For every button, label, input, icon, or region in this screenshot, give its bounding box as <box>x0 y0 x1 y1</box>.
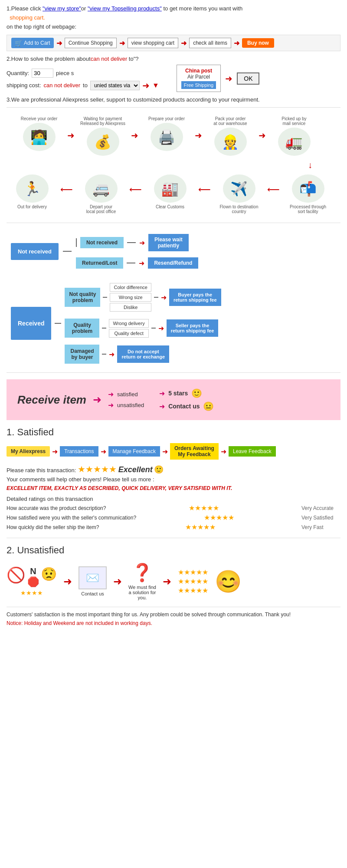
divider3 <box>7 372 340 373</box>
footer-notice: Notice: Holiday and Weekend are not incl… <box>7 620 340 626</box>
rating2-stars: ★★★★★ <box>204 513 234 522</box>
feedback-flow: My Aliexpress ➜ Transactions ➜ Manage Fe… <box>7 443 340 460</box>
ok-button[interactable]: OK <box>237 72 259 85</box>
divider1 <box>7 107 340 108</box>
not-received-section: Not received Not received ➜ Please waitp… <box>7 227 340 279</box>
r-b1-arrow: ➜ <box>161 293 167 302</box>
rate-stars: ★★★★★ <box>78 464 117 474</box>
arrow-4: ➜ <box>259 116 266 141</box>
top-steps: Receive your order 🧑‍💻 ➜ Waiting for pay… <box>11 116 322 156</box>
wrong-size: Wrong size <box>110 293 151 302</box>
rating-row-1: How accurate was the product description… <box>7 504 340 512</box>
wrong-delivery: Wrong delivery <box>109 319 148 328</box>
shipping-dropdown-arrow: ▼ <box>152 82 159 89</box>
r-b1-items: Color difference Wrong size Dislike <box>110 283 151 312</box>
order-flow-section: Receive your order 🧑‍💻 ➜ Waiting for pay… <box>7 112 340 218</box>
r-mainline <box>55 323 61 324</box>
sat-title: Satisfied <box>17 427 53 437</box>
rating2-label: How satisfied were you with the seller's… <box>7 515 136 521</box>
color-diff: Color difference <box>110 283 151 292</box>
shipping-red: can not deliver <box>44 82 81 89</box>
shipping-country-select[interactable]: unied states via <box>90 81 140 90</box>
ri-contact-arrow: ➜ <box>159 402 165 411</box>
arrow-2: ➜ <box>131 116 138 141</box>
cart-flow: 🛒 Add to Cart ➜ Continue Shopping ➜ view… <box>7 35 340 51</box>
cart-label: Add to Cart <box>24 40 50 46</box>
shipping-text: to <box>83 82 88 89</box>
contact-label: Contact us <box>81 591 104 596</box>
r-b2-line2 <box>151 328 156 329</box>
cart-icon: 🛒 <box>15 39 22 46</box>
not-quality-box: Not qualityproblem <box>65 288 100 307</box>
s2-red: can not deliver <box>91 56 128 62</box>
b-arrow-3: ⟵ <box>198 174 211 194</box>
section3: 3.We are professional Aliexpress seller,… <box>7 96 340 103</box>
ri-stars-row: ➜ 5 stars 🙂 <box>159 388 214 398</box>
nr-branch2: Returned/Lost ➜ Resend/Refund <box>76 257 198 269</box>
buy-now-button[interactable]: Buy now <box>242 38 274 48</box>
unsatisfied-title: 2. Unsatisfied <box>7 545 340 556</box>
received-row: Received Not qualityproblem Color differ… <box>11 283 336 364</box>
section1: 1.Please click "view my store"or "view m… <box>7 4 340 51</box>
arrow2: ➜ <box>119 39 125 47</box>
view-cart-label: view shopping cart <box>131 40 174 46</box>
ri-unsat-arrow: ➜ <box>108 401 114 409</box>
check-label: check all items <box>193 40 227 46</box>
ri-smiley1: 🙂 <box>191 388 202 398</box>
step10-icon: 📬 <box>292 174 324 203</box>
orders-awaiting-btn[interactable]: Orders AwaitingMy Feedback <box>170 443 219 460</box>
arrow-3: ➜ <box>195 116 202 141</box>
view-cart-button[interactable]: view shopping cart <box>128 38 178 48</box>
divider2 <box>7 223 340 223</box>
fb-arrow4: ➜ <box>221 447 226 456</box>
leave-feedback-btn[interactable]: Leave Feedback <box>229 446 276 457</box>
step-out-delivery: 🏃 Out for delivery <box>4 174 60 209</box>
rating2-value: Very Satisfied <box>301 515 340 521</box>
unsatisfied-section: 2. Unsatisfied 🚫 N 🛑 😟 ★★★★ ➜ ✉️ <box>7 545 340 600</box>
qty-input[interactable] <box>32 69 53 78</box>
b-arrow-4: ⟵ <box>267 174 280 194</box>
s2-title-end: to"? <box>127 56 138 62</box>
receive-item-section: Receive item ➜ ➜ satisfied ➜ unsatisfied… <box>7 379 340 420</box>
n-letter: N <box>30 566 36 576</box>
ri-contact-row: ➜ Contact us 😐 <box>159 401 214 411</box>
r-b1-line2 <box>154 297 158 298</box>
r-b2-line <box>102 328 106 329</box>
excellent-text: Excellent <box>118 465 153 474</box>
ri-arrow1: ➜ <box>93 394 101 406</box>
view-topselling-link[interactable]: "view my Topselling products" <box>88 5 162 12</box>
unsat-item3: ❓ We must finda solution foryou. <box>128 562 156 600</box>
sat-num: 1. <box>7 427 14 437</box>
rate-row: Please rate this transaction: ★★★★★ Exce… <box>7 464 340 474</box>
unsat-arrow3: ➜ <box>163 575 171 588</box>
footer-section: Customers' satisfaction is the most impo… <box>7 612 340 626</box>
my-aliexpress-btn[interactable]: My Aliexpress <box>7 446 50 457</box>
b-arrow-2: ⟵ <box>129 174 142 194</box>
nr-line3 <box>127 263 135 263</box>
section1-suffix: to get more items you want with <box>162 5 242 12</box>
step4-caption: Pack your orderat our warehouse <box>213 116 247 126</box>
footer-text: Customers' satisfaction is the most impo… <box>7 612 340 618</box>
continue-shopping-button[interactable]: Continue Shopping <box>65 38 117 48</box>
shopping-cart-link[interactable]: shopping cart. <box>10 14 45 21</box>
step-pack-order: Pack your orderat our warehouse 👷 <box>202 116 259 156</box>
step7-caption: Depart yourlocal post office <box>86 204 116 214</box>
nr-arrow1: ➜ <box>139 239 145 247</box>
damaged-box: Damagedby buyer <box>65 345 99 364</box>
manage-feedback-btn[interactable]: Manage Feedback <box>108 446 160 457</box>
check-all-button[interactable]: check all items <box>189 38 231 48</box>
received-box: Received <box>11 307 51 340</box>
transactions-btn[interactable]: Transactions <box>60 446 98 457</box>
r-b3-arrow: ➜ <box>109 350 115 358</box>
unsat-emoji: 😟 <box>41 566 57 588</box>
step-receive-order: Receive your order 🧑‍💻 <box>11 116 67 151</box>
r-branch3: Damagedby buyer ➜ Do not acceptreturn or… <box>65 345 221 364</box>
ri-results: ➜ 5 stars 🙂 ➜ Contact us 😐 <box>159 388 214 411</box>
order-flow-top: Receive your order 🧑‍💻 ➜ Waiting for pay… <box>11 116 336 156</box>
view-store-link[interactable]: "view my store" <box>43 5 81 12</box>
down-arrow-container: ↓ <box>11 160 336 170</box>
quality-defect: Quality defect <box>109 329 148 338</box>
continue-label: Continue Shopping <box>69 40 113 46</box>
buyer-pays-box: Buyer pays thereturn shipping fee <box>169 289 221 306</box>
add-to-cart-button[interactable]: 🛒 Add to Cart <box>11 38 54 48</box>
